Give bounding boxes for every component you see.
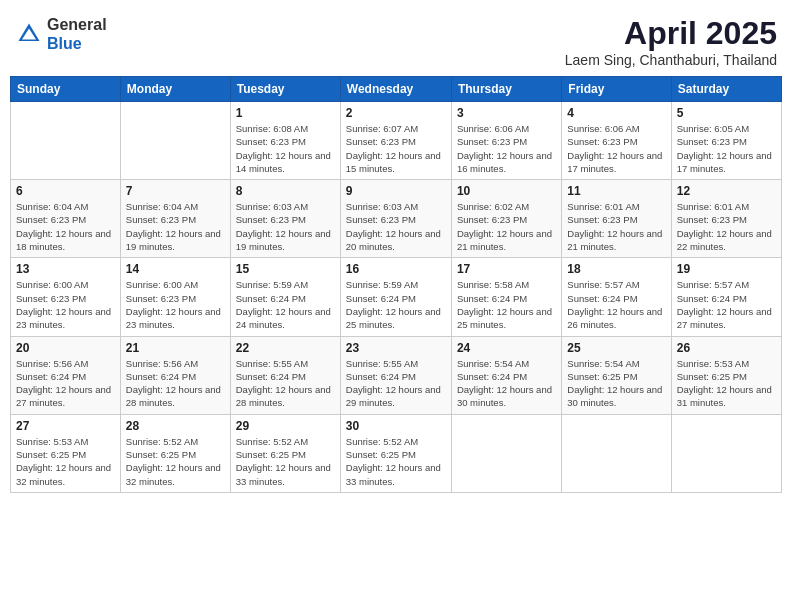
day-number: 19 xyxy=(677,262,776,276)
calendar-cell: 4Sunrise: 6:06 AM Sunset: 6:23 PM Daylig… xyxy=(562,102,671,180)
calendar-cell xyxy=(451,414,561,492)
day-info: Sunrise: 6:00 AM Sunset: 6:23 PM Dayligh… xyxy=(126,278,225,331)
calendar-cell xyxy=(120,102,230,180)
day-info: Sunrise: 6:01 AM Sunset: 6:23 PM Dayligh… xyxy=(677,200,776,253)
day-number: 21 xyxy=(126,341,225,355)
calendar-cell: 24Sunrise: 5:54 AM Sunset: 6:24 PM Dayli… xyxy=(451,336,561,414)
day-info: Sunrise: 5:57 AM Sunset: 6:24 PM Dayligh… xyxy=(677,278,776,331)
day-info: Sunrise: 5:55 AM Sunset: 6:24 PM Dayligh… xyxy=(236,357,335,410)
day-info: Sunrise: 6:06 AM Sunset: 6:23 PM Dayligh… xyxy=(567,122,665,175)
day-number: 10 xyxy=(457,184,556,198)
weekday-header-sunday: Sunday xyxy=(11,77,121,102)
day-info: Sunrise: 5:52 AM Sunset: 6:25 PM Dayligh… xyxy=(346,435,446,488)
day-number: 16 xyxy=(346,262,446,276)
calendar-cell: 3Sunrise: 6:06 AM Sunset: 6:23 PM Daylig… xyxy=(451,102,561,180)
day-info: Sunrise: 5:59 AM Sunset: 6:24 PM Dayligh… xyxy=(236,278,335,331)
calendar-cell: 18Sunrise: 5:57 AM Sunset: 6:24 PM Dayli… xyxy=(562,258,671,336)
day-number: 17 xyxy=(457,262,556,276)
day-info: Sunrise: 6:02 AM Sunset: 6:23 PM Dayligh… xyxy=(457,200,556,253)
day-number: 7 xyxy=(126,184,225,198)
calendar-cell: 21Sunrise: 5:56 AM Sunset: 6:24 PM Dayli… xyxy=(120,336,230,414)
week-row-2: 6Sunrise: 6:04 AM Sunset: 6:23 PM Daylig… xyxy=(11,180,782,258)
weekday-header-row: SundayMondayTuesdayWednesdayThursdayFrid… xyxy=(11,77,782,102)
calendar-cell: 29Sunrise: 5:52 AM Sunset: 6:25 PM Dayli… xyxy=(230,414,340,492)
day-number: 26 xyxy=(677,341,776,355)
calendar-cell: 10Sunrise: 6:02 AM Sunset: 6:23 PM Dayli… xyxy=(451,180,561,258)
week-row-1: 1Sunrise: 6:08 AM Sunset: 6:23 PM Daylig… xyxy=(11,102,782,180)
day-info: Sunrise: 5:55 AM Sunset: 6:24 PM Dayligh… xyxy=(346,357,446,410)
day-number: 18 xyxy=(567,262,665,276)
day-info: Sunrise: 5:56 AM Sunset: 6:24 PM Dayligh… xyxy=(16,357,115,410)
calendar-cell: 15Sunrise: 5:59 AM Sunset: 6:24 PM Dayli… xyxy=(230,258,340,336)
day-info: Sunrise: 6:07 AM Sunset: 6:23 PM Dayligh… xyxy=(346,122,446,175)
day-info: Sunrise: 5:52 AM Sunset: 6:25 PM Dayligh… xyxy=(236,435,335,488)
weekday-header-saturday: Saturday xyxy=(671,77,781,102)
calendar-cell: 14Sunrise: 6:00 AM Sunset: 6:23 PM Dayli… xyxy=(120,258,230,336)
day-info: Sunrise: 6:03 AM Sunset: 6:23 PM Dayligh… xyxy=(236,200,335,253)
week-row-5: 27Sunrise: 5:53 AM Sunset: 6:25 PM Dayli… xyxy=(11,414,782,492)
logo: General Blue xyxy=(15,15,107,53)
calendar-cell: 13Sunrise: 6:00 AM Sunset: 6:23 PM Dayli… xyxy=(11,258,121,336)
title-area: April 2025 Laem Sing, Chanthaburi, Thail… xyxy=(565,15,777,68)
calendar-cell: 9Sunrise: 6:03 AM Sunset: 6:23 PM Daylig… xyxy=(340,180,451,258)
calendar-cell: 28Sunrise: 5:52 AM Sunset: 6:25 PM Dayli… xyxy=(120,414,230,492)
calendar-cell: 22Sunrise: 5:55 AM Sunset: 6:24 PM Dayli… xyxy=(230,336,340,414)
day-number: 12 xyxy=(677,184,776,198)
day-number: 5 xyxy=(677,106,776,120)
day-info: Sunrise: 5:59 AM Sunset: 6:24 PM Dayligh… xyxy=(346,278,446,331)
day-number: 23 xyxy=(346,341,446,355)
day-number: 8 xyxy=(236,184,335,198)
calendar-cell xyxy=(671,414,781,492)
day-number: 13 xyxy=(16,262,115,276)
calendar-cell xyxy=(11,102,121,180)
calendar-cell: 30Sunrise: 5:52 AM Sunset: 6:25 PM Dayli… xyxy=(340,414,451,492)
location-title: Laem Sing, Chanthaburi, Thailand xyxy=(565,52,777,68)
logo-icon xyxy=(15,20,43,48)
day-info: Sunrise: 6:06 AM Sunset: 6:23 PM Dayligh… xyxy=(457,122,556,175)
day-number: 20 xyxy=(16,341,115,355)
day-number: 25 xyxy=(567,341,665,355)
day-number: 22 xyxy=(236,341,335,355)
weekday-header-friday: Friday xyxy=(562,77,671,102)
week-row-3: 13Sunrise: 6:00 AM Sunset: 6:23 PM Dayli… xyxy=(11,258,782,336)
calendar-cell: 17Sunrise: 5:58 AM Sunset: 6:24 PM Dayli… xyxy=(451,258,561,336)
calendar-cell: 16Sunrise: 5:59 AM Sunset: 6:24 PM Dayli… xyxy=(340,258,451,336)
day-number: 3 xyxy=(457,106,556,120)
day-info: Sunrise: 5:53 AM Sunset: 6:25 PM Dayligh… xyxy=(16,435,115,488)
day-number: 28 xyxy=(126,419,225,433)
day-number: 9 xyxy=(346,184,446,198)
logo-blue-text: Blue xyxy=(47,35,82,52)
day-number: 15 xyxy=(236,262,335,276)
day-number: 11 xyxy=(567,184,665,198)
calendar-table: SundayMondayTuesdayWednesdayThursdayFrid… xyxy=(10,76,782,493)
weekday-header-monday: Monday xyxy=(120,77,230,102)
week-row-4: 20Sunrise: 5:56 AM Sunset: 6:24 PM Dayli… xyxy=(11,336,782,414)
calendar-cell: 2Sunrise: 6:07 AM Sunset: 6:23 PM Daylig… xyxy=(340,102,451,180)
day-number: 27 xyxy=(16,419,115,433)
day-info: Sunrise: 6:04 AM Sunset: 6:23 PM Dayligh… xyxy=(16,200,115,253)
weekday-header-wednesday: Wednesday xyxy=(340,77,451,102)
day-info: Sunrise: 5:54 AM Sunset: 6:24 PM Dayligh… xyxy=(457,357,556,410)
calendar-cell: 25Sunrise: 5:54 AM Sunset: 6:25 PM Dayli… xyxy=(562,336,671,414)
day-info: Sunrise: 5:56 AM Sunset: 6:24 PM Dayligh… xyxy=(126,357,225,410)
day-number: 24 xyxy=(457,341,556,355)
day-number: 14 xyxy=(126,262,225,276)
calendar-cell xyxy=(562,414,671,492)
calendar-cell: 12Sunrise: 6:01 AM Sunset: 6:23 PM Dayli… xyxy=(671,180,781,258)
day-number: 6 xyxy=(16,184,115,198)
logo-text: General Blue xyxy=(47,15,107,53)
day-info: Sunrise: 5:54 AM Sunset: 6:25 PM Dayligh… xyxy=(567,357,665,410)
day-info: Sunrise: 5:58 AM Sunset: 6:24 PM Dayligh… xyxy=(457,278,556,331)
calendar-cell: 6Sunrise: 6:04 AM Sunset: 6:23 PM Daylig… xyxy=(11,180,121,258)
day-number: 4 xyxy=(567,106,665,120)
calendar-cell: 1Sunrise: 6:08 AM Sunset: 6:23 PM Daylig… xyxy=(230,102,340,180)
calendar-cell: 27Sunrise: 5:53 AM Sunset: 6:25 PM Dayli… xyxy=(11,414,121,492)
day-info: Sunrise: 6:00 AM Sunset: 6:23 PM Dayligh… xyxy=(16,278,115,331)
calendar-cell: 23Sunrise: 5:55 AM Sunset: 6:24 PM Dayli… xyxy=(340,336,451,414)
header: General Blue April 2025 Laem Sing, Chant… xyxy=(10,10,782,68)
calendar-cell: 11Sunrise: 6:01 AM Sunset: 6:23 PM Dayli… xyxy=(562,180,671,258)
weekday-header-thursday: Thursday xyxy=(451,77,561,102)
calendar-cell: 5Sunrise: 6:05 AM Sunset: 6:23 PM Daylig… xyxy=(671,102,781,180)
day-info: Sunrise: 6:05 AM Sunset: 6:23 PM Dayligh… xyxy=(677,122,776,175)
calendar-cell: 8Sunrise: 6:03 AM Sunset: 6:23 PM Daylig… xyxy=(230,180,340,258)
